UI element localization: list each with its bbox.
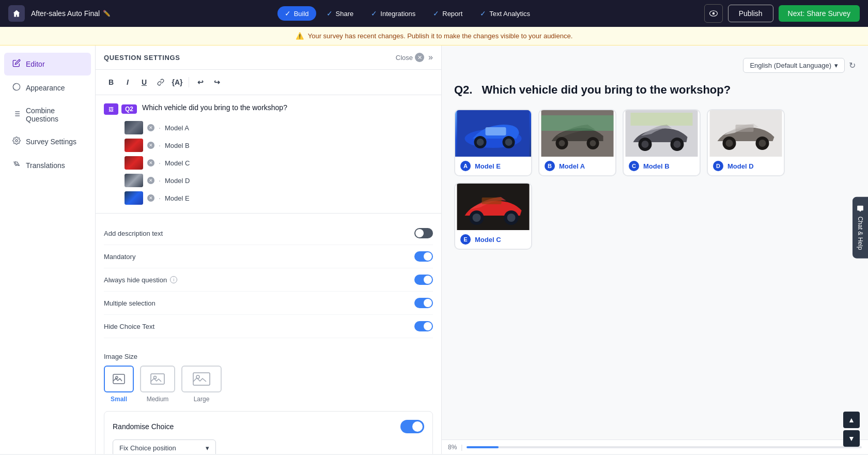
svg-point-7 xyxy=(154,376,157,379)
add-description-label: Add description text xyxy=(104,230,163,237)
image-card-img-d xyxy=(708,110,784,157)
hide-choice-text-toggle[interactable] xyxy=(414,321,433,331)
tab-integrations[interactable]: ✓ Integrations xyxy=(364,6,423,21)
question-badge: 🖼 Q2 xyxy=(104,103,137,115)
question-text[interactable]: Which vehicle did you bring to the works… xyxy=(142,103,433,112)
svg-rect-16 xyxy=(486,127,506,135)
size-small-label: Small xyxy=(111,396,127,403)
size-large[interactable]: Large xyxy=(181,366,222,403)
setting-row-multiple: Multiple selection xyxy=(104,292,433,315)
randomise-row: Randomise Choice xyxy=(113,420,424,433)
image-card-model-e[interactable]: A Model E xyxy=(454,109,532,176)
link-button[interactable] xyxy=(153,75,168,89)
settings-icon xyxy=(12,136,21,147)
bold-button[interactable]: B xyxy=(104,75,118,89)
size-small-box[interactable] xyxy=(104,366,134,392)
remove-choice-e[interactable]: ✕ xyxy=(147,194,154,202)
add-description-toggle[interactable] xyxy=(414,228,433,238)
size-medium[interactable]: Medium xyxy=(140,366,175,403)
mandatory-toggle[interactable] xyxy=(414,251,433,262)
choice-item-d: ✕ · Model D xyxy=(125,174,433,187)
sidebar-item-appearance[interactable]: Appearance xyxy=(4,77,91,99)
language-selector[interactable]: English (Default Language) ▾ xyxy=(743,58,845,73)
chat-help-button[interactable]: Chat & Help xyxy=(853,197,868,259)
undo-button[interactable]: ↩ xyxy=(193,75,208,89)
size-medium-label: Medium xyxy=(147,396,169,403)
choice-thumb-a xyxy=(125,121,143,134)
next-survey-button[interactable]: Next: Share Survey xyxy=(779,5,860,22)
svg-point-27 xyxy=(674,141,681,148)
size-large-box[interactable] xyxy=(181,366,222,392)
tab-share[interactable]: ✓ Share xyxy=(319,6,361,21)
sidebar-item-translations[interactable]: Translations xyxy=(4,154,91,177)
svg-point-3 xyxy=(16,140,18,142)
remove-choice-a[interactable]: ✕ xyxy=(147,124,154,131)
svg-rect-40 xyxy=(482,198,502,204)
tab-text-analytics[interactable]: ✓ Text Analytics xyxy=(473,6,537,21)
multiple-selection-toggle[interactable] xyxy=(414,298,433,308)
choice-thumb-b xyxy=(125,139,143,152)
choice-thumb-e xyxy=(125,191,143,205)
progress-percent: 8% xyxy=(448,444,457,451)
image-card-img-c xyxy=(455,184,531,230)
publish-button[interactable]: Publish xyxy=(728,5,773,22)
choice-list: ✕ · Model A ✕ · Model B xyxy=(125,121,433,205)
image-card-model-d[interactable]: D Model D xyxy=(707,109,785,176)
randomise-section: Randomise Choice Fix Choice position ▾ xyxy=(104,411,433,454)
choice-label-d: Model D xyxy=(165,177,190,185)
remove-choice-b[interactable]: ✕ xyxy=(147,142,154,149)
underline-button[interactable]: U xyxy=(137,75,151,89)
toolbar-separator xyxy=(189,77,189,87)
scroll-up-button[interactable]: ▲ xyxy=(843,412,860,428)
header-right: Close ✕ » xyxy=(396,53,433,62)
image-card-model-a[interactable]: B Model A xyxy=(538,109,616,176)
home-button[interactable] xyxy=(8,5,25,22)
tab-build[interactable]: ✓ Build xyxy=(277,6,316,21)
info-icon: i xyxy=(170,276,177,283)
svg-point-13 xyxy=(477,139,484,146)
refresh-preview-button[interactable]: ↻ xyxy=(849,58,856,73)
expand-icon[interactable]: » xyxy=(428,53,433,62)
svg-point-15 xyxy=(505,139,513,146)
remove-choice-d[interactable]: ✕ xyxy=(147,177,154,184)
choice-thumb-d xyxy=(125,174,143,187)
close-button[interactable]: Close ✕ xyxy=(396,53,424,62)
tab-report[interactable]: ✓ Report xyxy=(426,6,470,21)
scroll-down-button[interactable]: ▼ xyxy=(843,430,860,447)
setting-row-always-hide: Always hide question i xyxy=(104,268,433,292)
svg-point-25 xyxy=(642,141,649,148)
image-size-label: Image Size xyxy=(104,353,433,360)
sidebar-item-survey-settings[interactable]: Survey Settings xyxy=(4,130,91,153)
svg-point-9 xyxy=(196,375,199,378)
image-card-model-c[interactable]: E Model C xyxy=(454,183,532,250)
sidebar-item-combine-questions[interactable]: Combine Questions xyxy=(4,100,91,129)
image-card-model-b[interactable]: C Model B xyxy=(623,109,701,176)
multiple-selection-label: Multiple selection xyxy=(104,299,156,307)
editor-toolbar: B I U {A} ↩ ↪ xyxy=(96,70,441,95)
image-card-img-b xyxy=(624,110,700,157)
size-small[interactable]: Small xyxy=(104,366,134,403)
randomise-toggle[interactable] xyxy=(400,420,424,433)
always-hide-label: Always hide question i xyxy=(104,276,177,284)
variable-button[interactable]: {A} xyxy=(170,75,184,89)
edit-title-icon[interactable]: ✏️ xyxy=(103,10,111,17)
choice-name-c: Model C xyxy=(475,236,501,244)
choice-item-e: ✕ · Model E xyxy=(125,191,433,205)
progress-separator: | xyxy=(461,444,462,451)
svg-point-19 xyxy=(559,140,565,146)
image-grid-row2: E Model C xyxy=(454,183,785,250)
preview-button[interactable] xyxy=(704,4,723,23)
translations-icon xyxy=(12,160,21,171)
card-footer-c: E Model C xyxy=(455,230,531,249)
size-medium-box[interactable] xyxy=(140,366,175,392)
svg-point-33 xyxy=(759,140,766,147)
sidebar-item-editor[interactable]: Editor xyxy=(4,53,91,75)
svg-point-31 xyxy=(726,140,733,147)
italic-button[interactable]: I xyxy=(120,75,135,89)
redo-button[interactable]: ↪ xyxy=(210,75,224,89)
remove-choice-c[interactable]: ✕ xyxy=(147,159,154,166)
setting-row-hide-text: Hide Choice Text xyxy=(104,315,433,338)
always-hide-toggle[interactable] xyxy=(414,275,433,285)
preview-top: English (Default Language) ▾ ↻ xyxy=(454,58,856,73)
fix-position-dropdown[interactable]: Fix Choice position ▾ xyxy=(113,439,216,454)
